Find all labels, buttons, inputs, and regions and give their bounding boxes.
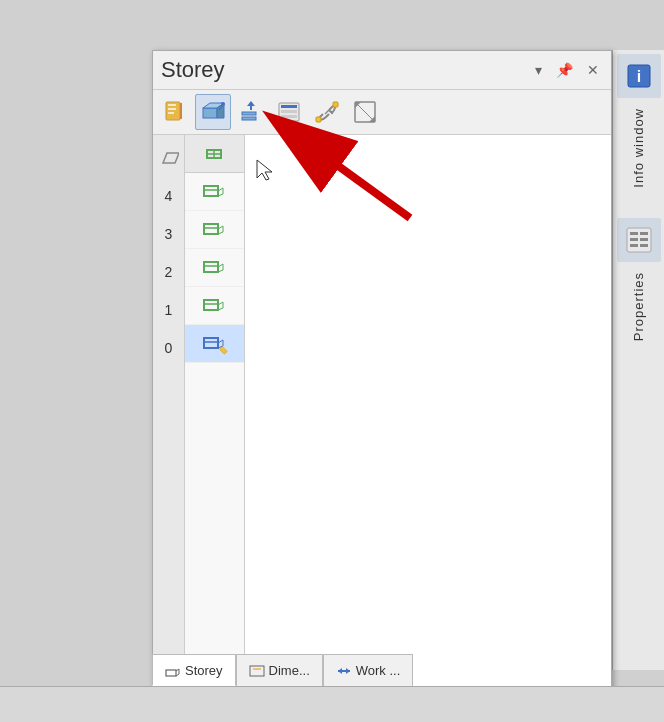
tab-storey[interactable]: Storey: [152, 654, 236, 686]
work-tab-icon: [336, 663, 352, 679]
content-area: [245, 135, 611, 699]
row-header: [153, 139, 184, 177]
svg-rect-11: [168, 108, 176, 110]
row-num-1: 1: [153, 291, 184, 329]
svg-rect-23: [281, 105, 297, 108]
svg-rect-7: [630, 244, 638, 247]
storey-row-1[interactable]: [185, 287, 244, 325]
storey-col-header: [185, 135, 244, 173]
dimension-tab-icon: [249, 663, 265, 679]
storey-1-icon: [201, 292, 229, 320]
tab-work-label: Work ...: [356, 663, 401, 678]
svg-rect-42: [204, 224, 218, 234]
properties-label: Properties: [627, 264, 650, 349]
storey-column: [185, 135, 245, 699]
link-button[interactable]: [309, 94, 345, 130]
sync-storeys-icon: [199, 98, 227, 126]
tab-storey-label: Storey: [185, 663, 223, 678]
svg-rect-52: [204, 300, 218, 310]
svg-rect-12: [168, 112, 174, 114]
svg-rect-10: [168, 104, 176, 106]
storey-tab-icon: [165, 662, 181, 678]
svg-rect-57: [204, 338, 218, 348]
svg-rect-25: [281, 115, 297, 118]
info-window-icon: i: [625, 62, 653, 90]
svg-rect-13: [180, 103, 182, 119]
info-window-label: Info window: [627, 100, 650, 196]
tab-work[interactable]: Work ...: [323, 654, 414, 686]
svg-rect-4: [640, 232, 648, 235]
tab-dimension[interactable]: Dime...: [236, 654, 323, 686]
right-sidebar: i Info window Properties: [612, 50, 664, 670]
svg-marker-33: [163, 153, 179, 163]
sync-storeys-button[interactable]: [195, 94, 231, 130]
panel-titlebar: Storey ▾ 📌 ✕: [153, 51, 611, 90]
svg-rect-18: [242, 112, 256, 115]
row-num-3: 3: [153, 215, 184, 253]
row-num-4: 4: [153, 177, 184, 215]
svg-rect-37: [204, 186, 218, 196]
footer-bar: [0, 686, 664, 722]
storey-4-icon: [201, 178, 229, 206]
svg-rect-19: [242, 117, 256, 120]
book-icon: [163, 100, 187, 124]
storey-2-icon: [201, 254, 229, 282]
svg-rect-14: [203, 108, 217, 118]
bottom-tabs: Storey Dime... Work ...: [152, 654, 413, 686]
svg-rect-24: [281, 110, 297, 113]
svg-rect-27: [316, 117, 321, 122]
properties-button[interactable]: [617, 218, 661, 262]
svg-rect-6: [640, 238, 648, 241]
list-view-button[interactable]: [271, 94, 307, 130]
storey-panel: Storey ▾ 📌 ✕: [152, 50, 612, 700]
resize-button[interactable]: [347, 94, 383, 130]
info-window-button[interactable]: i: [617, 54, 661, 98]
svg-marker-70: [346, 668, 350, 674]
svg-rect-3: [630, 232, 638, 235]
storey-0-icon-active: [201, 330, 229, 358]
svg-rect-67: [250, 666, 264, 676]
svg-point-17: [221, 102, 225, 106]
svg-text:i: i: [636, 68, 640, 85]
list-view-icon: [277, 100, 301, 124]
resize-icon: [353, 100, 377, 124]
svg-rect-8: [640, 244, 648, 247]
close-icon[interactable]: ✕: [583, 60, 603, 80]
add-storey-button[interactable]: [233, 94, 269, 130]
link-icon: [315, 100, 339, 124]
svg-rect-5: [630, 238, 638, 241]
toolbar: [153, 90, 611, 135]
layer-icon: [159, 151, 179, 165]
book-button[interactable]: [157, 94, 193, 130]
storey-3-icon: [201, 216, 229, 244]
storey-row-3[interactable]: [185, 211, 244, 249]
panel-title: Storey: [161, 57, 525, 83]
panel-body: 4 3 2 1 0: [153, 135, 611, 699]
row-num-2: 2: [153, 253, 184, 291]
dropdown-arrow-icon[interactable]: ▾: [531, 60, 546, 80]
storey-row-2[interactable]: [185, 249, 244, 287]
svg-rect-62: [219, 346, 227, 354]
add-storey-icon: [237, 98, 265, 126]
row-num-0: 0: [153, 329, 184, 367]
storey-row-0[interactable]: [185, 325, 244, 363]
storey-type-icon: [201, 140, 229, 168]
storey-row-4[interactable]: [185, 173, 244, 211]
svg-rect-28: [333, 102, 338, 107]
tab-dimension-label: Dime...: [269, 663, 310, 678]
svg-marker-21: [247, 101, 255, 106]
svg-rect-47: [204, 262, 218, 272]
properties-icon: [625, 226, 653, 254]
row-numbers: 4 3 2 1 0: [153, 135, 185, 699]
svg-rect-63: [166, 670, 176, 676]
svg-marker-71: [338, 668, 342, 674]
pin-icon[interactable]: 📌: [552, 60, 577, 80]
